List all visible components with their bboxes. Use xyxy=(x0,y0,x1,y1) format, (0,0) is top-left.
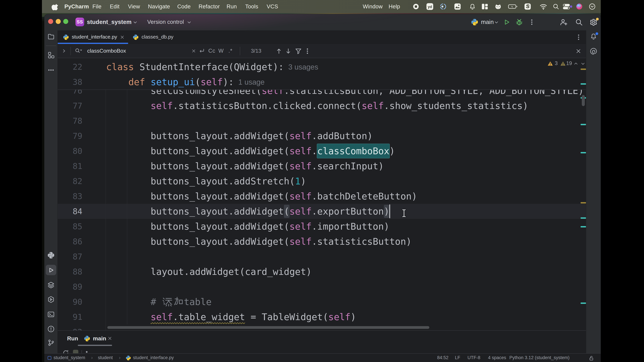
photos-app-icon[interactable] xyxy=(454,3,461,10)
code-token: ) xyxy=(384,205,390,218)
horizontal-scrollbar[interactable] xyxy=(107,326,429,329)
control-center-icon[interactable] xyxy=(562,3,570,10)
search-everywhere-button[interactable] xyxy=(575,18,583,26)
menu-item-vcs[interactable]: VCS xyxy=(267,0,278,13)
run-config-chevron-icon[interactable] xyxy=(494,19,500,25)
debug-button[interactable] xyxy=(515,18,523,26)
structure-tool-button[interactable] xyxy=(47,51,55,59)
readonly-lock-icon[interactable] xyxy=(588,355,594,361)
menu-item-run[interactable]: Run xyxy=(226,0,237,13)
code-with-me-button[interactable] xyxy=(560,18,568,26)
find-expand-icon[interactable] xyxy=(61,48,67,54)
menu-item-window[interactable]: Window xyxy=(363,0,383,13)
menu-item-code[interactable]: Code xyxy=(177,0,191,13)
recording-ring-icon[interactable] xyxy=(440,3,446,10)
project-badge[interactable]: SS xyxy=(76,17,84,26)
find-previous-icon[interactable] xyxy=(275,47,282,55)
menu-item-help[interactable]: Help xyxy=(388,0,400,13)
vertical-scrollbar[interactable] xyxy=(582,95,585,106)
breadcrumb-student[interactable]: student xyxy=(98,354,113,362)
maximize-window-button[interactable] xyxy=(63,19,68,24)
stripe-mark-gold xyxy=(580,202,586,203)
usages-inlay-hint[interactable]: 1 usage xyxy=(238,74,265,89)
caret-position-widget[interactable]: 84:52 xyxy=(437,354,448,362)
next-problem-icon[interactable] xyxy=(580,61,586,67)
more-actions-button[interactable] xyxy=(528,18,536,26)
find-more-icon[interactable] xyxy=(304,47,311,55)
stop-button[interactable] xyxy=(73,350,78,353)
menu-item-tools[interactable]: Tools xyxy=(245,0,258,13)
apple-menu-icon[interactable] xyxy=(51,3,58,10)
text-caret xyxy=(390,204,390,218)
find-filter-icon[interactable] xyxy=(295,47,302,55)
prev-problem-icon[interactable] xyxy=(573,61,579,67)
project-name-widget[interactable]: student_system xyxy=(87,14,132,30)
find-newline-icon[interactable] xyxy=(198,48,206,55)
project-tool-button[interactable] xyxy=(47,33,55,40)
menu-item-navigate[interactable]: Navigate xyxy=(148,0,170,13)
siri-icon[interactable] xyxy=(576,3,583,10)
stage-manager-icon[interactable] xyxy=(481,3,488,10)
wifi-icon[interactable] xyxy=(540,3,547,10)
find-match-case-toggle[interactable]: Cc xyxy=(208,44,215,58)
code-token: self xyxy=(328,312,350,322)
run-button[interactable] xyxy=(502,18,511,26)
find-regex-toggle[interactable]: .* xyxy=(228,44,232,58)
tab1-close-icon[interactable] xyxy=(120,35,125,40)
notification-bell-icon[interactable] xyxy=(469,3,476,10)
vcs-widget[interactable]: Version control xyxy=(147,14,184,30)
more-tool-windows-button[interactable] xyxy=(47,66,55,74)
tab-student-interface[interactable]: student_interface.py xyxy=(72,30,117,44)
ai-assistant-button[interactable] xyxy=(590,48,597,55)
tab-bar-more-icon[interactable] xyxy=(575,33,582,41)
find-search-icon[interactable] xyxy=(75,47,83,54)
workspace-status-icon[interactable] xyxy=(47,356,52,360)
cat-app-icon[interactable] xyxy=(494,3,502,10)
usages-inlay-hint[interactable]: 3 usages xyxy=(288,59,318,74)
run-config-widget[interactable]: main xyxy=(481,14,494,30)
menu-app-pycharm[interactable]: PyCharm xyxy=(64,0,89,13)
s-app-icon[interactable] xyxy=(524,3,531,10)
encoding-widget[interactable]: UTF-8 xyxy=(468,354,480,362)
project-chevron-down-icon[interactable] xyxy=(132,19,138,25)
tab-classes-db[interactable]: classes_db.py xyxy=(142,30,174,44)
find-close-icon[interactable] xyxy=(575,48,582,54)
inspection-warning-count: 19 xyxy=(566,60,572,66)
find-words-toggle[interactable]: W xyxy=(218,44,224,58)
clock-menu-icon[interactable] xyxy=(589,3,596,10)
find-next-icon[interactable] xyxy=(284,47,292,55)
breadcrumb-student_interface.py[interactable]: student_interface.py xyxy=(133,354,174,362)
terminal-tool-button[interactable] xyxy=(47,311,55,318)
version-control-tool-button[interactable] xyxy=(47,339,55,347)
run-tab-close-icon[interactable] xyxy=(107,336,112,341)
services-tool-button[interactable] xyxy=(47,281,55,289)
find-clear-icon[interactable] xyxy=(191,48,196,53)
screen-recording-indicator-icon[interactable] xyxy=(412,3,419,10)
close-window-button[interactable] xyxy=(48,19,53,24)
yd-app-icon[interactable]: yd xyxy=(426,3,434,10)
minimize-window-button[interactable] xyxy=(56,19,61,24)
menu-item-edit[interactable]: Edit xyxy=(110,0,120,13)
window-title-bar[interactable]: SS student_system Version control main xyxy=(44,14,601,30)
spotlight-search-icon[interactable] xyxy=(552,3,560,10)
python-console-tool-button[interactable] xyxy=(47,296,55,303)
menu-item-refactor[interactable]: Refactor xyxy=(198,0,220,13)
run-tool-button[interactable] xyxy=(47,267,55,274)
rerun-button[interactable] xyxy=(62,350,69,353)
indent-widget[interactable]: 4 spaces xyxy=(488,354,506,362)
pycharm-window: SS student_system Version control main xyxy=(44,14,601,362)
problems-tool-button[interactable] xyxy=(47,325,55,333)
interpreter-widget[interactable]: Python 3.12 (student_system) xyxy=(509,354,570,362)
line-separator-widget[interactable]: LF xyxy=(455,354,460,362)
find-query-input[interactable]: classComboBox xyxy=(87,44,126,58)
menu-item-view[interactable]: View xyxy=(128,0,140,13)
code-line-88: 88 layout.addWidget(card_widget) xyxy=(58,264,586,279)
run-panel-title[interactable]: Run xyxy=(67,331,78,346)
menu-item-file[interactable]: File xyxy=(92,0,102,13)
code-editor[interactable]: 76 setCustomStyleSheet(self.statisticsBu… xyxy=(58,58,586,330)
run-tab-label[interactable]: main xyxy=(93,331,106,346)
battery-icon[interactable] xyxy=(508,2,518,11)
python-packages-tool-button[interactable] xyxy=(47,252,55,259)
vcs-chevron-down-icon[interactable] xyxy=(186,19,192,25)
breadcrumb-student_system[interactable]: student_system xyxy=(54,354,85,362)
